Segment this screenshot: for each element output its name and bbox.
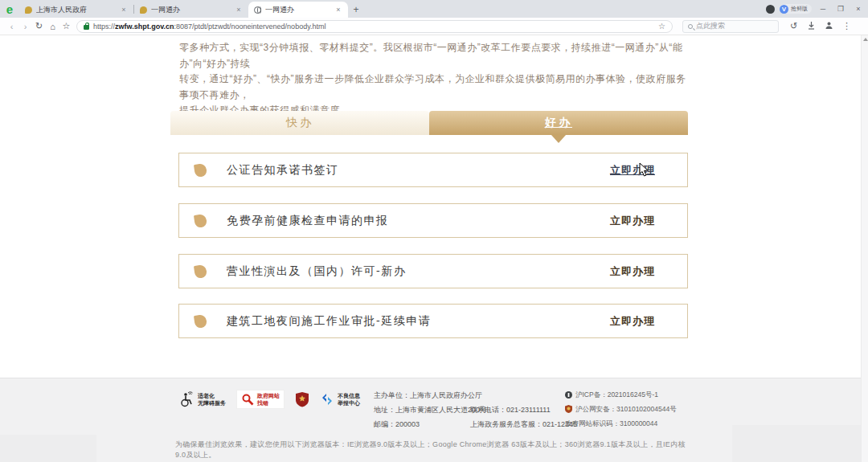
- search-icon: [688, 24, 693, 29]
- mouse-cursor: [639, 162, 649, 180]
- tab-title: 一网通办: [265, 5, 330, 15]
- red-magnifier-icon: [241, 393, 254, 406]
- url-host: zwfw.shpt.gov.cn: [115, 22, 174, 31]
- undo-icon[interactable]: ↺: [788, 21, 799, 31]
- tab-kuaiban[interactable]: 快办: [170, 111, 429, 135]
- service-tabs: 快办 好办: [170, 111, 688, 135]
- back-icon[interactable]: ‹: [5, 22, 18, 31]
- leaf-bullet-icon: [194, 214, 207, 228]
- service-title: 公证告知承诺书签订: [227, 163, 339, 178]
- report-center-logo[interactable]: 不良信息举报中心: [320, 392, 360, 407]
- browser-tab-1[interactable]: 上海市人民政府 ×: [19, 2, 133, 18]
- find-error-logo[interactable]: 政府网站找错: [236, 390, 285, 409]
- close-tab-icon[interactable]: ×: [120, 6, 128, 14]
- close-window-button[interactable]: ×: [852, 5, 865, 13]
- wheelchair-icon: [178, 391, 194, 407]
- footer-logos: 适老化无障碍服务 政府网站找错 不良信息举报中心: [178, 390, 360, 409]
- tel-line: 联系电话：021-23111111: [470, 406, 551, 414]
- page-scrollbar[interactable]: [861, 35, 868, 462]
- page-content: 零多种方式，实现“3分钟填报、零材料提交”。我区根据市“一网通办”改革工作要点要…: [0, 35, 868, 462]
- close-tab-icon[interactable]: ×: [334, 6, 342, 14]
- leaf-bullet-icon: [194, 264, 207, 279]
- version-badge[interactable]: V 抢鲜版: [780, 4, 812, 14]
- url-path: :8087/ptdt/ptzwdt/nooneintervened/nobody…: [174, 22, 326, 31]
- globe-favicon: [254, 6, 261, 14]
- leaf-bullet-icon: [194, 163, 207, 178]
- bookmark-star-icon[interactable]: ☆: [658, 22, 665, 31]
- restore-button[interactable]: ❐: [834, 5, 847, 13]
- accessibility-logo[interactable]: 适老化无障碍服务: [178, 391, 226, 407]
- service-title: 免费孕前健康检查申请的申报: [227, 214, 389, 228]
- address-bar[interactable]: https://zwfw.shpt.gov.cn:8087/ptdt/ptzwd…: [76, 20, 673, 33]
- security-number[interactable]: 沪公网安备：31010102004544号: [575, 402, 677, 416]
- close-tab-icon[interactable]: ×: [235, 6, 243, 14]
- download-icon[interactable]: [806, 21, 817, 31]
- service-title: 建筑工地夜间施工作业审批-延续申请: [227, 314, 431, 329]
- footer-org-info: 主办单位：上海市人民政府办公厅 地址：上海市黄浦区人民大道200号联系电话：02…: [374, 388, 577, 431]
- tab-label: 快办: [286, 116, 313, 130]
- favorites-star-icon[interactable]: ☆: [59, 21, 73, 31]
- service-title: 营业性演出及（国内）许可-新办: [227, 264, 406, 279]
- browser-logo-icon[interactable]: e: [0, 2, 19, 18]
- secure-lock-icon: [84, 25, 89, 30]
- site-code: 政府网站标识码：3100000044: [565, 416, 657, 431]
- window-controls: V 抢鲜版 ─ ❐ ×: [766, 0, 865, 18]
- url-scheme: https://: [93, 22, 115, 31]
- gov-emblem-favicon: [140, 6, 147, 14]
- intro-paragraph: 零多种方式，实现“3分钟填报、零材料提交”。我区根据市“一网通办”改革工作要点要…: [179, 40, 690, 119]
- police-badge-icon: [565, 405, 572, 413]
- red-shield-icon: [295, 391, 309, 407]
- search-placeholder: 点此搜索: [696, 21, 725, 31]
- skyline-graphic: [732, 425, 861, 462]
- version-badge-label: 抢鲜版: [791, 5, 808, 13]
- tab-title: 上海市人民政府: [36, 5, 116, 15]
- search-box[interactable]: 点此搜索: [682, 20, 779, 33]
- footer-icp-info: 沪ICP备：2021016245号-1 沪公网安备：31010102004544…: [565, 387, 677, 431]
- tab-title: 一网通办: [151, 5, 231, 15]
- tab-label: 好办: [545, 116, 572, 130]
- page-footer: 适老化无障碍服务 政府网站找错 不良信息举报中心 主办单位：上海市人民政府办公厅…: [0, 378, 861, 462]
- service-row[interactable]: 营业性演出及（国内）许可-新办 立即办理: [178, 254, 688, 288]
- titlebar-circle-icon[interactable]: [766, 5, 775, 14]
- hotline-line: 上海政务服务总客服：021-12345: [470, 420, 577, 428]
- icp-badge-icon: [565, 391, 572, 399]
- icp-number[interactable]: 沪ICP备：2021016245号-1: [575, 387, 658, 402]
- service-row[interactable]: 公证告知承诺书签订 立即办理: [178, 153, 688, 187]
- menu-icon[interactable]: ⋮: [841, 21, 852, 31]
- sponsor-line: 主办单位：上海市人民政府办公厅: [374, 388, 577, 403]
- active-tab-pointer: [551, 135, 566, 143]
- home-icon[interactable]: ⌂: [46, 22, 59, 31]
- toolbar-right-icons: ↺ ⋮: [788, 21, 852, 31]
- reload-icon[interactable]: ↻: [32, 21, 46, 31]
- user-avatar-icon[interactable]: [824, 21, 834, 31]
- intro-line: 零多种方式，实现“3分钟填报、零材料提交”。我区根据市“一网通办”改革工作要点要…: [179, 40, 690, 72]
- skyline-graphic: [0, 435, 96, 462]
- apply-now-link[interactable]: 立即办理: [610, 264, 655, 279]
- forward-icon[interactable]: ›: [18, 22, 32, 31]
- tab-strip: e 上海市人民政府 × 一网通办 × 一网通办 × + V 抢鲜版 ─ ❐ ×: [0, 0, 868, 18]
- minimize-button[interactable]: ─: [817, 5, 829, 13]
- apply-now-link[interactable]: 立即办理: [610, 314, 655, 329]
- address-line: 地址：上海市黄浦区人民大道200号: [374, 403, 470, 417]
- browser-toolbar: ‹ › ↻ ⌂ ☆ https://zwfw.shpt.gov.cn:8087/…: [0, 18, 868, 35]
- tab-haoban-active[interactable]: 好办: [429, 111, 688, 135]
- service-row[interactable]: 建筑工地夜间施工作业审批-延续申请 立即办理: [178, 304, 688, 338]
- browser-recommendation-notice: 为确保最佳浏览效果，建议您使用以下浏览器版本：IE浏览器9.0版本及以上；Goo…: [175, 440, 694, 460]
- gov-emblem-favicon: [25, 6, 32, 14]
- apply-now-link[interactable]: 立即办理: [610, 214, 655, 228]
- gov-shield-logo[interactable]: [295, 391, 309, 407]
- intro-line: 转变，通过“好办”、“快办”服务进一步降低企业群众学习成本，为企业和群众提供极简…: [179, 72, 690, 103]
- browser-tab-2[interactable]: 一网通办 ×: [134, 2, 248, 18]
- browser-tab-3-active[interactable]: 一网通办 ×: [248, 2, 348, 18]
- zip-line: 邮编：200003: [374, 417, 470, 431]
- service-row[interactable]: 免费孕前健康检查申请的申报 立即办理: [178, 203, 688, 238]
- blue-diamond-icon: [320, 392, 334, 407]
- new-tab-button[interactable]: +: [348, 4, 364, 15]
- browser-window: e 上海市人民政府 × 一网通办 × 一网通办 × + V 抢鲜版 ─ ❐ ×: [0, 0, 868, 462]
- leaf-bullet-icon: [194, 314, 207, 329]
- scroll-up-arrow-icon[interactable]: [863, 38, 868, 41]
- v-badge-icon: V: [780, 5, 788, 14]
